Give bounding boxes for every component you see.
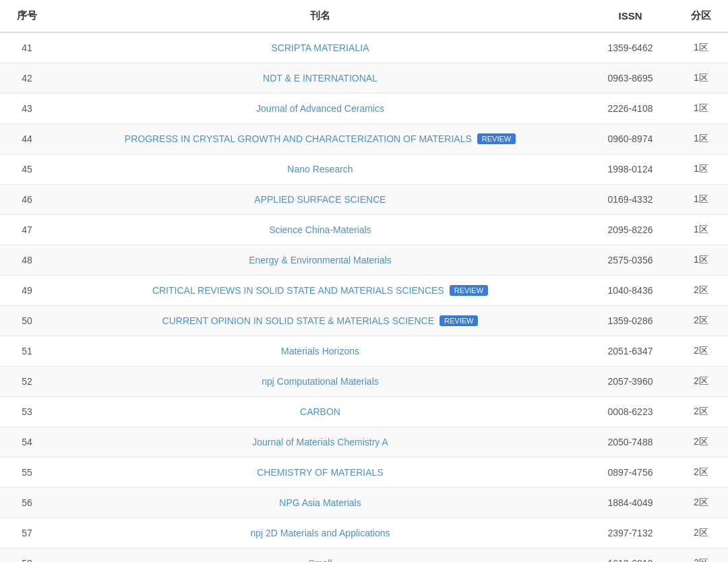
journal-name-text: Small <box>308 558 332 562</box>
zone-cell: 2区 <box>674 549 728 563</box>
zone-cell: 2区 <box>674 336 728 367</box>
zone-cell: 1区 <box>674 215 728 245</box>
journal-name-text: PROGRESS IN CRYSTAL GROWTH AND CHARACTER… <box>125 133 472 144</box>
journal-name-text: Journal of Advanced Ceramics <box>256 103 384 114</box>
journal-name-cell[interactable]: Journal of Advanced Ceramics <box>54 94 586 124</box>
journal-name-text: Energy & Environmental Materials <box>249 255 392 266</box>
journal-name-text: npj Computational Materials <box>262 376 379 387</box>
journal-name-text: NDT & E INTERNATIONAL <box>263 73 377 84</box>
journal-name-cell[interactable]: CARBON <box>54 397 586 427</box>
table-row: 53CARBON0008-62232区 <box>0 397 728 427</box>
journal-name-cell[interactable]: Small <box>54 549 586 563</box>
table-row: 49CRITICAL REVIEWS IN SOLID STATE AND MA… <box>0 276 728 306</box>
issn-cell: 0897-4756 <box>586 458 674 488</box>
issn-cell: 1884-4049 <box>586 488 674 518</box>
row-number: 43 <box>0 94 54 124</box>
journal-name-cell[interactable]: CRITICAL REVIEWS IN SOLID STATE AND MATE… <box>54 276 586 306</box>
row-number: 55 <box>0 458 54 488</box>
journal-name-text: Science China-Materials <box>269 224 371 235</box>
journal-name-cell[interactable]: CURRENT OPINION IN SOLID STATE & MATERIA… <box>54 306 586 336</box>
journal-name-text: CHEMISTRY OF MATERIALS <box>257 467 383 478</box>
zone-cell: 1区 <box>674 94 728 124</box>
zone-cell: 2区 <box>674 367 728 397</box>
journal-name-text: Journal of Materials Chemistry A <box>252 437 388 447</box>
issn-cell: 0008-6223 <box>586 397 674 427</box>
row-number: 46 <box>0 185 54 215</box>
journal-name-text: CRITICAL REVIEWS IN SOLID STATE AND MATE… <box>152 285 444 296</box>
journal-name-text: Nano Research <box>287 164 353 175</box>
journal-name-cell[interactable]: PROGRESS IN CRYSTAL GROWTH AND CHARACTER… <box>54 124 586 154</box>
journal-name-cell[interactable]: APPLIED SURFACE SCIENCE <box>54 185 586 215</box>
row-number: 48 <box>0 245 54 276</box>
zone-cell: 1区 <box>674 63 728 94</box>
table-row: 42NDT & E INTERNATIONAL0963-86951区 <box>0 63 728 94</box>
table-row: 45Nano Research1998-01241区 <box>0 154 728 185</box>
row-number: 44 <box>0 124 54 154</box>
table-row: 58Small1613-68102区 <box>0 549 728 563</box>
journal-name-cell[interactable]: Journal of Materials Chemistry A <box>54 427 586 458</box>
col-header-zone: 分区 <box>674 0 728 32</box>
zone-cell: 1区 <box>674 245 728 276</box>
zone-cell: 1区 <box>674 32 728 63</box>
review-badge: review <box>477 133 516 144</box>
table-row: 56NPG Asia Materials1884-40492区 <box>0 488 728 518</box>
journal-name-cell[interactable]: NDT & E INTERNATIONAL <box>54 63 586 94</box>
col-header-num: 序号 <box>0 0 54 32</box>
row-number: 58 <box>0 549 54 563</box>
issn-cell: 2057-3960 <box>586 367 674 397</box>
journal-name-text: npj 2D Materials and Applications <box>250 528 390 538</box>
issn-cell: 1359-0286 <box>586 306 674 336</box>
table-row: 52npj Computational Materials2057-39602区 <box>0 367 728 397</box>
journal-name-text: SCRIPTA MATERIALIA <box>272 42 369 53</box>
zone-cell: 2区 <box>674 518 728 549</box>
issn-cell: 2226-4108 <box>586 94 674 124</box>
issn-cell: 1359-6462 <box>586 32 674 63</box>
journal-name-cell[interactable]: npj 2D Materials and Applications <box>54 518 586 549</box>
zone-cell: 2区 <box>674 427 728 458</box>
zone-cell: 1区 <box>674 185 728 215</box>
row-number: 56 <box>0 488 54 518</box>
zone-cell: 2区 <box>674 488 728 518</box>
row-number: 57 <box>0 518 54 549</box>
zone-cell: 2区 <box>674 306 728 336</box>
journal-name-text: CURRENT OPINION IN SOLID STATE & MATERIA… <box>162 315 434 326</box>
journal-name-text: NPG Asia Materials <box>279 497 361 508</box>
journal-name-cell[interactable]: CHEMISTRY OF MATERIALS <box>54 458 586 488</box>
zone-cell: 1区 <box>674 154 728 185</box>
table-row: 54Journal of Materials Chemistry A2050-7… <box>0 427 728 458</box>
zone-cell: 2区 <box>674 458 728 488</box>
row-number: 50 <box>0 306 54 336</box>
issn-cell: 2050-7488 <box>586 427 674 458</box>
journal-name-cell[interactable]: Energy & Environmental Materials <box>54 245 586 276</box>
issn-cell: 1040-8436 <box>586 276 674 306</box>
table-row: 48Energy & Environmental Materials2575-0… <box>0 245 728 276</box>
journal-name-cell[interactable]: SCRIPTA MATERIALIA <box>54 32 586 63</box>
table-row: 44PROGRESS IN CRYSTAL GROWTH AND CHARACT… <box>0 124 728 154</box>
main-table-container: 序号 刊名 ISSN 分区 41SCRIPTA MATERIALIA1359-6… <box>0 0 728 562</box>
review-badge: review <box>439 315 478 326</box>
issn-cell: 0963-8695 <box>586 63 674 94</box>
zone-cell: 1区 <box>674 124 728 154</box>
row-number: 49 <box>0 276 54 306</box>
table-row: 55CHEMISTRY OF MATERIALS0897-47562区 <box>0 458 728 488</box>
journal-name-cell[interactable]: Nano Research <box>54 154 586 185</box>
issn-cell: 2575-0356 <box>586 245 674 276</box>
journal-name-cell[interactable]: Science China-Materials <box>54 215 586 245</box>
journals-table: 序号 刊名 ISSN 分区 41SCRIPTA MATERIALIA1359-6… <box>0 0 728 562</box>
table-row: 43Journal of Advanced Ceramics2226-41081… <box>0 94 728 124</box>
issn-cell: 2397-7132 <box>586 518 674 549</box>
table-row: 57npj 2D Materials and Applications2397-… <box>0 518 728 549</box>
zone-cell: 2区 <box>674 397 728 427</box>
table-row: 50CURRENT OPINION IN SOLID STATE & MATER… <box>0 306 728 336</box>
row-number: 51 <box>0 336 54 367</box>
row-number: 53 <box>0 397 54 427</box>
table-row: 41SCRIPTA MATERIALIA1359-64621区 <box>0 32 728 63</box>
row-number: 54 <box>0 427 54 458</box>
journal-name-cell[interactable]: npj Computational Materials <box>54 367 586 397</box>
table-row: 46APPLIED SURFACE SCIENCE0169-43321区 <box>0 185 728 215</box>
journal-name-cell[interactable]: Materials Horizons <box>54 336 586 367</box>
journal-name-text: CARBON <box>300 406 340 417</box>
journal-name-cell[interactable]: NPG Asia Materials <box>54 488 586 518</box>
zone-cell: 2区 <box>674 276 728 306</box>
review-badge: review <box>450 285 488 296</box>
